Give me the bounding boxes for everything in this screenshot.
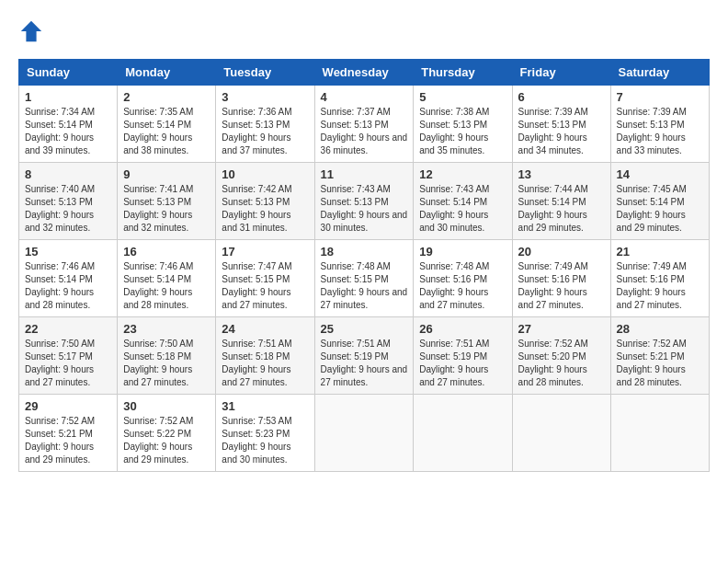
day-info: Sunrise: 7:50 AMSunset: 5:17 PMDaylight:… — [25, 339, 95, 387]
logo-icon — [18, 18, 44, 44]
day-cell: 10 Sunrise: 7:42 AMSunset: 5:13 PMDaylig… — [216, 163, 314, 240]
day-info: Sunrise: 7:44 AMSunset: 5:14 PMDaylight:… — [518, 184, 588, 233]
day-number: 30 — [123, 399, 210, 413]
day-number: 4 — [321, 90, 408, 104]
day-info: Sunrise: 7:50 AMSunset: 5:18 PMDaylight:… — [123, 339, 193, 387]
day-cell: 15 Sunrise: 7:46 AMSunset: 5:14 PMDaylig… — [19, 240, 118, 317]
day-cell: 26 Sunrise: 7:51 AMSunset: 5:19 PMDaylig… — [414, 317, 512, 395]
day-number: 22 — [25, 322, 111, 336]
week-row-5: 29 Sunrise: 7:52 AMSunset: 5:21 PMDaylig… — [19, 395, 710, 472]
day-cell: 25 Sunrise: 7:51 AMSunset: 5:19 PMDaylig… — [314, 317, 414, 395]
day-info: Sunrise: 7:51 AMSunset: 5:19 PMDaylight:… — [321, 339, 408, 387]
day-number: 19 — [419, 245, 506, 259]
day-cell: 27 Sunrise: 7:52 AMSunset: 5:20 PMDaylig… — [512, 317, 610, 395]
day-cell: 11 Sunrise: 7:43 AMSunset: 5:13 PMDaylig… — [314, 163, 414, 240]
day-cell: 18 Sunrise: 7:48 AMSunset: 5:15 PMDaylig… — [314, 240, 414, 317]
day-cell: 4 Sunrise: 7:37 AMSunset: 5:13 PMDayligh… — [314, 86, 414, 163]
day-info: Sunrise: 7:48 AMSunset: 5:15 PMDaylight:… — [321, 261, 408, 310]
day-info: Sunrise: 7:52 AMSunset: 5:21 PMDaylight:… — [617, 339, 687, 387]
day-number: 25 — [321, 322, 408, 336]
day-info: Sunrise: 7:37 AMSunset: 5:13 PMDaylight:… — [321, 107, 408, 155]
day-info: Sunrise: 7:49 AMSunset: 5:16 PMDaylight:… — [617, 261, 687, 310]
day-cell — [512, 395, 610, 472]
day-info: Sunrise: 7:48 AMSunset: 5:16 PMDaylight:… — [419, 261, 489, 310]
day-cell: 21 Sunrise: 7:49 AMSunset: 5:16 PMDaylig… — [610, 240, 709, 317]
day-number: 2 — [123, 90, 210, 104]
day-info: Sunrise: 7:53 AMSunset: 5:23 PMDaylight:… — [222, 416, 291, 465]
day-info: Sunrise: 7:39 AMSunset: 5:13 PMDaylight:… — [518, 107, 588, 155]
day-info: Sunrise: 7:52 AMSunset: 5:22 PMDaylight:… — [123, 416, 193, 465]
day-cell — [414, 395, 512, 472]
day-info: Sunrise: 7:51 AMSunset: 5:19 PMDaylight:… — [419, 339, 489, 387]
day-number: 17 — [222, 245, 308, 259]
day-number: 15 — [25, 245, 111, 259]
day-info: Sunrise: 7:42 AMSunset: 5:13 PMDaylight:… — [222, 184, 291, 233]
weekday-header-row: SundayMondayTuesdayWednesdayThursdayFrid… — [19, 60, 710, 86]
day-number: 6 — [518, 90, 605, 104]
weekday-header-friday: Friday — [512, 60, 610, 86]
day-cell: 13 Sunrise: 7:44 AMSunset: 5:14 PMDaylig… — [512, 163, 610, 240]
day-number: 23 — [123, 322, 210, 336]
day-number: 3 — [222, 90, 308, 104]
day-number: 11 — [321, 167, 408, 181]
day-number: 26 — [419, 322, 506, 336]
week-row-4: 22 Sunrise: 7:50 AMSunset: 5:17 PMDaylig… — [19, 317, 710, 395]
calendar-table: SundayMondayTuesdayWednesdayThursdayFrid… — [18, 59, 710, 472]
day-number: 21 — [617, 245, 703, 259]
day-number: 5 — [419, 90, 506, 104]
page-header — [18, 18, 710, 44]
day-cell: 3 Sunrise: 7:36 AMSunset: 5:13 PMDayligh… — [216, 86, 314, 163]
day-info: Sunrise: 7:38 AMSunset: 5:13 PMDaylight:… — [419, 107, 489, 155]
day-cell: 7 Sunrise: 7:39 AMSunset: 5:13 PMDayligh… — [610, 86, 709, 163]
day-number: 7 — [617, 90, 703, 104]
day-cell: 16 Sunrise: 7:46 AMSunset: 5:14 PMDaylig… — [118, 240, 216, 317]
weekday-header-tuesday: Tuesday — [216, 60, 314, 86]
svg-marker-0 — [21, 21, 41, 41]
day-info: Sunrise: 7:35 AMSunset: 5:14 PMDaylight:… — [123, 107, 193, 155]
day-cell: 24 Sunrise: 7:51 AMSunset: 5:18 PMDaylig… — [216, 317, 314, 395]
weekday-header-saturday: Saturday — [610, 60, 709, 86]
day-number: 9 — [123, 167, 210, 181]
week-row-2: 8 Sunrise: 7:40 AMSunset: 5:13 PMDayligh… — [19, 163, 710, 240]
day-number: 28 — [617, 322, 703, 336]
day-info: Sunrise: 7:49 AMSunset: 5:16 PMDaylight:… — [518, 261, 588, 310]
day-number: 16 — [123, 245, 210, 259]
day-cell: 6 Sunrise: 7:39 AMSunset: 5:13 PMDayligh… — [512, 86, 610, 163]
day-cell: 28 Sunrise: 7:52 AMSunset: 5:21 PMDaylig… — [610, 317, 709, 395]
day-info: Sunrise: 7:34 AMSunset: 5:14 PMDaylight:… — [25, 107, 95, 155]
day-info: Sunrise: 7:39 AMSunset: 5:13 PMDaylight:… — [617, 107, 687, 155]
day-number: 13 — [518, 167, 605, 181]
logo — [18, 18, 48, 44]
day-info: Sunrise: 7:43 AMSunset: 5:14 PMDaylight:… — [419, 184, 489, 233]
day-cell: 22 Sunrise: 7:50 AMSunset: 5:17 PMDaylig… — [19, 317, 118, 395]
day-number: 31 — [222, 399, 308, 413]
weekday-header-monday: Monday — [118, 60, 216, 86]
day-info: Sunrise: 7:45 AMSunset: 5:14 PMDaylight:… — [617, 184, 687, 233]
day-info: Sunrise: 7:47 AMSunset: 5:15 PMDaylight:… — [222, 261, 291, 310]
day-cell: 8 Sunrise: 7:40 AMSunset: 5:13 PMDayligh… — [19, 163, 118, 240]
day-cell: 31 Sunrise: 7:53 AMSunset: 5:23 PMDaylig… — [216, 395, 314, 472]
week-row-3: 15 Sunrise: 7:46 AMSunset: 5:14 PMDaylig… — [19, 240, 710, 317]
day-cell: 14 Sunrise: 7:45 AMSunset: 5:14 PMDaylig… — [610, 163, 709, 240]
day-number: 8 — [25, 167, 111, 181]
weekday-header-thursday: Thursday — [414, 60, 512, 86]
day-cell: 1 Sunrise: 7:34 AMSunset: 5:14 PMDayligh… — [19, 86, 118, 163]
day-info: Sunrise: 7:52 AMSunset: 5:20 PMDaylight:… — [518, 339, 588, 387]
day-info: Sunrise: 7:41 AMSunset: 5:13 PMDaylight:… — [123, 184, 193, 233]
day-number: 10 — [222, 167, 308, 181]
weekday-header-sunday: Sunday — [19, 60, 118, 86]
day-cell: 9 Sunrise: 7:41 AMSunset: 5:13 PMDayligh… — [118, 163, 216, 240]
day-info: Sunrise: 7:51 AMSunset: 5:18 PMDaylight:… — [222, 339, 291, 387]
day-cell: 30 Sunrise: 7:52 AMSunset: 5:22 PMDaylig… — [118, 395, 216, 472]
day-cell: 19 Sunrise: 7:48 AMSunset: 5:16 PMDaylig… — [414, 240, 512, 317]
day-number: 12 — [419, 167, 506, 181]
day-cell: 17 Sunrise: 7:47 AMSunset: 5:15 PMDaylig… — [216, 240, 314, 317]
day-number: 18 — [321, 245, 408, 259]
day-cell: 23 Sunrise: 7:50 AMSunset: 5:18 PMDaylig… — [118, 317, 216, 395]
day-cell: 12 Sunrise: 7:43 AMSunset: 5:14 PMDaylig… — [414, 163, 512, 240]
day-info: Sunrise: 7:40 AMSunset: 5:13 PMDaylight:… — [25, 184, 95, 233]
day-number: 27 — [518, 322, 605, 336]
day-cell: 5 Sunrise: 7:38 AMSunset: 5:13 PMDayligh… — [414, 86, 512, 163]
day-number: 20 — [518, 245, 605, 259]
day-number: 14 — [617, 167, 703, 181]
